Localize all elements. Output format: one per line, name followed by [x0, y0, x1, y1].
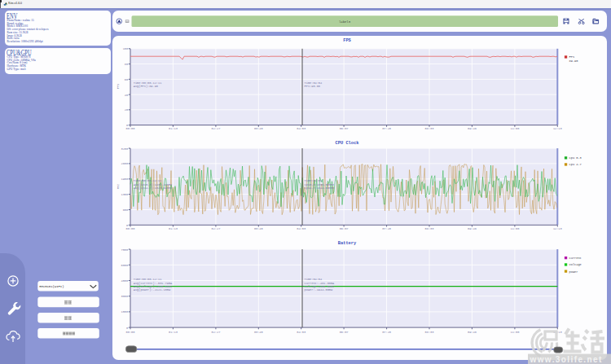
svg-text:FPS:90.00: FPS:90.00 — [305, 85, 320, 88]
svg-text:www.3olife.net: www.3olife.net — [530, 355, 603, 364]
svg-text:Avg(FPS):89.90: Avg(FPS):89.90 — [134, 85, 158, 88]
svg-text:label3: label3 — [339, 20, 351, 23]
svg-text:00:00: 00:00 — [126, 127, 135, 130]
svg-text:power: power — [569, 270, 578, 274]
svg-text:11:00: 11:00 — [511, 127, 520, 130]
svg-text:09:46: 09:46 — [468, 227, 477, 230]
svg-text:11:00: 11:00 — [511, 227, 520, 230]
svg-text:07:20: 07:20 — [382, 331, 391, 334]
svg-text:06:07: 06:07 — [340, 331, 349, 334]
svg-text:03:40: 03:40 — [254, 127, 263, 130]
svg-text:60: 60 — [125, 78, 128, 81]
svg-text:12:13: 12:13 — [553, 127, 562, 130]
svg-text:1950: 1950 — [121, 178, 129, 181]
svg-text:40: 40 — [125, 94, 128, 97]
svg-text:02:27: 02:27 — [212, 127, 221, 130]
svg-text:03:40: 03:40 — [254, 227, 263, 230]
svg-text:4500: 4500 — [121, 279, 129, 283]
svg-text:6000: 6000 — [121, 264, 129, 267]
svg-text:Avg(cpu4-7):1325.64MHz: Avg(cpu4-7):1325.64MHz — [134, 186, 172, 190]
svg-text:3250: 3250 — [121, 147, 129, 151]
svg-text:cpu4-7:1844.00MHz: cpu4-7:1844.00MHz — [305, 186, 335, 190]
svg-text:100: 100 — [123, 47, 128, 50]
svg-text:01:13: 01:13 — [169, 331, 178, 334]
svg-text:00:00: 00:00 — [126, 331, 135, 334]
svg-text:07:20: 07:20 — [382, 127, 391, 130]
svg-text:89.90: 89.90 — [569, 59, 578, 63]
svg-text:Time:00:00-12:11: Time:00:00-12:11 — [134, 179, 162, 182]
svg-text:voltage: voltage — [569, 263, 582, 266]
svg-text:Avg(power):-2121.13mW: Avg(power):-2121.13mW — [134, 288, 171, 292]
svg-text:cpu 4-7: cpu 4-7 — [569, 163, 582, 166]
svg-text:80: 80 — [125, 63, 128, 66]
svg-text:Time:04:54: Time:04:54 — [305, 179, 323, 182]
svg-text:650: 650 — [123, 208, 128, 212]
svg-text:09:46: 09:46 — [468, 127, 477, 130]
svg-text:02:27: 02:27 — [212, 331, 221, 334]
svg-text:3000: 3000 — [121, 295, 129, 298]
svg-text:06:07: 06:07 — [340, 227, 349, 230]
svg-text:cpu 0-3: cpu 0-3 — [569, 156, 582, 160]
svg-text:FPS: FPS — [569, 55, 574, 59]
svg-text:01:13: 01:13 — [169, 227, 178, 230]
svg-text:power:-1944.00mW: power:-1944.00mW — [305, 288, 333, 292]
svg-text:current: current — [569, 257, 582, 260]
svg-text:1500: 1500 — [121, 310, 129, 314]
svg-text:CPU Clock: CPU Clock — [336, 141, 360, 146]
svg-text:00:00: 00:00 — [126, 227, 135, 230]
svg-text:06:07: 06:07 — [340, 127, 349, 130]
svg-text:0: 0 — [126, 327, 128, 330]
svg-text:7500: 7500 — [121, 248, 129, 252]
svg-text:cpu0-3:1806.00MHz: cpu0-3:1806.00MHz — [305, 183, 335, 186]
svg-text:08:33: 08:33 — [425, 331, 434, 334]
svg-text:08:33: 08:33 — [425, 127, 434, 130]
svg-text:0: 0 — [126, 124, 128, 127]
svg-text:1300: 1300 — [121, 193, 129, 196]
svg-text:FPS: FPS — [343, 38, 351, 43]
svg-text:03:40: 03:40 — [254, 331, 263, 334]
svg-text:04:53: 04:53 — [297, 331, 306, 334]
svg-text:Avg(cpu0-3):1437.28MHz: Avg(cpu0-3):1437.28MHz — [134, 183, 172, 186]
svg-text:Time:00:00-12:11: Time:00:00-12:11 — [134, 81, 162, 85]
svg-text:04:53: 04:53 — [297, 127, 306, 130]
svg-text:09:46: 09:46 — [468, 331, 477, 334]
svg-text:FPS: FPS — [116, 84, 120, 89]
svg-text:Battery: Battery — [338, 241, 357, 246]
svg-text:04:53: 04:53 — [297, 227, 306, 230]
svg-text:MHz: MHz — [116, 184, 120, 189]
svg-text:RMX5101(WIFI): RMX5101(WIFI) — [39, 285, 64, 288]
svg-text:Time:04:54: Time:04:54 — [305, 81, 323, 85]
svg-text:07:20: 07:20 — [382, 227, 391, 230]
svg-text:08:33: 08:33 — [425, 227, 434, 230]
svg-text:02:27: 02:27 — [212, 227, 221, 230]
svg-text:0: 0 — [126, 224, 128, 227]
svg-text:20: 20 — [125, 108, 128, 112]
svg-text:01:13: 01:13 — [169, 127, 178, 130]
svg-text:2600: 2600 — [121, 162, 129, 165]
svg-text:12:13: 12:13 — [553, 227, 562, 230]
